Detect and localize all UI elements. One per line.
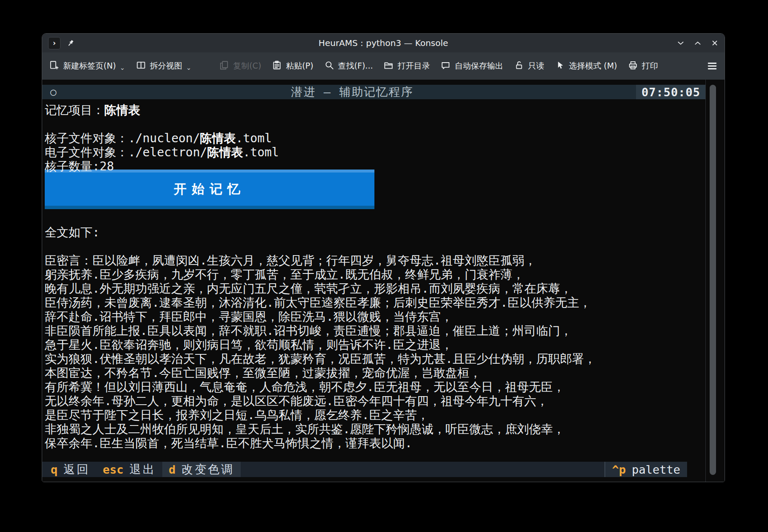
pin-icon[interactable] — [66, 39, 75, 47]
toolbar-button-printer[interactable]: 打印 — [628, 60, 658, 72]
electron-file-line: 电子文件对象：./electron/陈情表.toml — [45, 145, 706, 159]
folder-open-icon — [383, 60, 394, 72]
search-icon — [324, 60, 334, 72]
close-icon[interactable] — [711, 39, 719, 47]
terminal-text-line: 无以终余年.母孙二人，更相为命，是以区区不能废远.臣密今年四十有四，祖母今年九十… — [45, 394, 706, 408]
copy-icon — [219, 60, 229, 72]
chevron-down-icon: ⌄ — [186, 65, 192, 71]
konsole-app-icon[interactable]: › — [48, 37, 60, 49]
blank-line — [45, 117, 706, 131]
app-title: 潜进 – 辅助记忆程序 — [69, 84, 636, 100]
terminal-text-line: 本图宦达，不矜名节.今臣亡国贱俘，至微至陋，过蒙拔擢，宠命优渥，岂敢盘桓， — [45, 366, 706, 380]
toolbar-button-copy[interactable]: 复制(C) — [219, 60, 261, 72]
terminal-content: 记忆项目：陈情表 核子文件对象：./nucleon/陈情表.toml 电子文件对… — [42, 103, 706, 450]
button-row: 开始记忆 — [45, 170, 706, 225]
maximize-icon[interactable] — [694, 39, 702, 47]
split-view-icon — [136, 60, 146, 72]
terminal-text-line: 保卒余年.臣生当陨首，死当结草.臣不胜犬马怖惧之情，谨拜表以闻. — [45, 436, 706, 450]
toolbar-button-search[interactable]: 查找(F)... — [324, 60, 373, 72]
minimize-icon[interactable] — [677, 39, 685, 47]
terminal-text-line: 晚有儿息.外无期功强近之亲，内无应门五尺之僮，茕茕孑立，形影相吊.而刘夙婴疾病，… — [45, 282, 706, 296]
app-header-icon[interactable]: ○ — [42, 86, 69, 98]
palette-label: palette — [632, 463, 680, 476]
paste-icon — [272, 60, 282, 72]
terminal-text-line: 非臣陨首所能上报.臣具以表闻，辞不就职.诏书切峻，责臣逋慢；郡县逼迫，催臣上道；… — [45, 324, 706, 338]
terminal-text-line: 急于星火.臣欲奉诏奔驰，则刘病日笃，欲苟顺私情，则告诉不许.臣之进退， — [45, 338, 706, 352]
toolbar: 新建标签页(N) ⌄ 拆分视图 ⌄ 复制(C) 粘贴(P) 查找(F)... — [42, 52, 725, 80]
footer-binding[interactable]: d 改变色调 — [162, 462, 241, 477]
titlebar: HeurAMS : python3 — Konsole › — [42, 34, 725, 52]
nucleon-file-line: 核子文件对象：./nucleon/陈情表.toml — [45, 131, 706, 145]
memory-item-line: 记忆项目：陈情表 — [45, 103, 706, 117]
toolbar-button-split-view[interactable]: 拆分视图 ⌄ — [136, 60, 192, 72]
palette-key: ^p — [612, 463, 626, 476]
printer-icon — [628, 60, 638, 72]
memory-item-value: 陈情表 — [104, 103, 140, 117]
window-title: HeurAMS : python3 — Konsole — [42, 38, 725, 48]
toolbar-button-new-tab[interactable]: 新建标签页(N) ⌄ — [49, 60, 125, 72]
new-tab-icon — [49, 60, 59, 72]
footer-binding[interactable]: q 返回 — [42, 462, 96, 477]
hamburger-menu-button[interactable] — [707, 60, 718, 72]
footer-binding[interactable]: esc 退出 — [96, 462, 162, 477]
terminal-text-line: 辞不赴命.诏书特下，拜臣郎中，寻蒙国恩，除臣洗马.猥以微贱，当侍东宫， — [45, 310, 706, 324]
terminal-text-line: 躬亲抚养.臣少多疾病，九岁不行，零丁孤苦，至于成立.既无伯叔，终鲜兄弟，门衰祚薄… — [45, 267, 706, 282]
blank-line — [45, 239, 706, 253]
scrollbar-thumb[interactable] — [710, 85, 716, 475]
terminal-text-line: 实为狼狈.伏惟圣朝以孝治天下，凡在故老，犹蒙矜育，况臣孤苦，特为尤甚.且臣少仕伪… — [45, 352, 706, 366]
app-header: ○ 潜进 – 辅助记忆程序 07:50:05 — [42, 85, 706, 99]
toolbar-button-lock-open[interactable]: 只读 — [514, 60, 544, 72]
lock-open-icon — [514, 60, 524, 72]
command-palette-button[interactable]: ^p palette — [604, 462, 687, 477]
fulltext-label-line: 全文如下: — [45, 225, 706, 239]
konsole-window: HeurAMS : python3 — Konsole › — [42, 33, 725, 482]
scrollbar-track[interactable] — [705, 80, 725, 482]
clock: 07:50:05 — [636, 85, 706, 99]
start-memorize-button[interactable]: 开始记忆 — [45, 170, 374, 209]
select-cursor-icon — [555, 60, 565, 72]
terminal-text-line: 有所希冀！但以刘日薄西山，气息奄奄，人命危浅，朝不虑夕.臣无祖母，无以至今日，祖… — [45, 380, 706, 394]
terminal-text-line: 臣侍汤药，未曾废离.逮奉圣朝，沐浴清化.前太守臣逵察臣孝廉；后刺史臣荣举臣秀才.… — [45, 296, 706, 310]
terminal[interactable]: ○ 潜进 – 辅助记忆程序 07:50:05 记忆项目：陈情表 核子文件对象：.… — [42, 80, 725, 482]
toolbar-button-folder-open[interactable]: 打开目录 — [383, 60, 430, 72]
terminal-text-line: 非独蜀之人士及二州牧伯所见明知，皇天后土，实所共鉴.愿陛下矜悯愚诚，听臣微志，庶… — [45, 422, 706, 436]
terminal-text-line: 臣密言：臣以险衅，夙遭闵凶.生孩六月，慈父见背；行年四岁，舅夺母志.祖母刘愍臣孤… — [45, 253, 706, 267]
toolbar-button-select-cursor[interactable]: 选择模式 (M) — [555, 60, 617, 72]
app-footer: q 返回 esc 退出 d 改变色调 ^p palette — [42, 462, 687, 477]
auto-save-icon — [440, 60, 451, 72]
desktop: HeurAMS : python3 — Konsole › — [0, 0, 768, 532]
terminal-text-line: 是臣尽节于陛下之日长，报养刘之日短.乌鸟私情，愿乞终养.臣之辛苦， — [45, 408, 706, 422]
terminal-viewport: ○ 潜进 – 辅助记忆程序 07:50:05 记忆项目：陈情表 核子文件对象：.… — [42, 80, 706, 482]
toolbar-button-paste[interactable]: 粘贴(P) — [272, 60, 313, 72]
chevron-down-icon: ⌄ — [120, 65, 125, 71]
toolbar-button-auto-save[interactable]: 自动保存输出 — [440, 60, 503, 72]
